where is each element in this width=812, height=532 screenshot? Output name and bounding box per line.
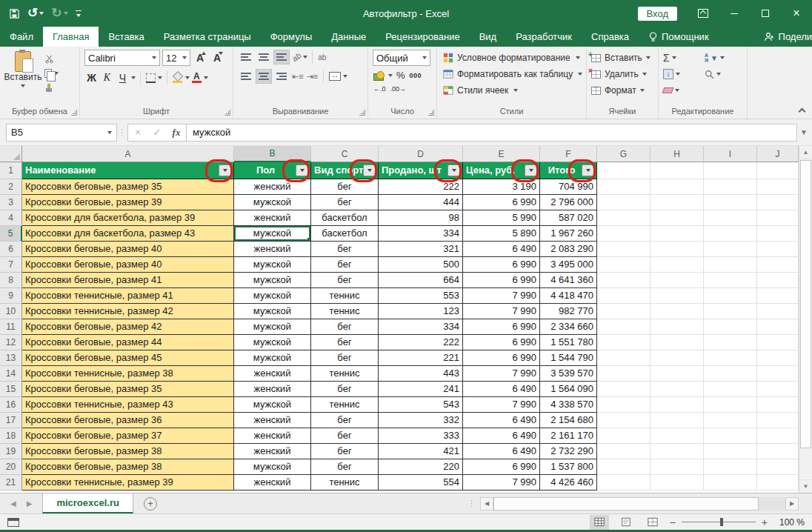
cell-A8[interactable]: Кроссовки беговые, размер 41 [22, 273, 234, 288]
cell-F5[interactable]: 1 967 260 [540, 226, 597, 242]
alignment-dialog-launcher[interactable] [359, 110, 365, 116]
cell-J11[interactable] [757, 319, 799, 335]
column-header-D[interactable]: D [379, 146, 463, 162]
cell-I8[interactable] [704, 273, 757, 288]
align-bottom-button[interactable] [273, 50, 290, 64]
font-name-select[interactable]: Calibri [84, 50, 160, 66]
insert-function-button[interactable]: fx [167, 127, 186, 139]
cell-B10[interactable]: мужской [234, 304, 311, 319]
page-layout-view-button[interactable] [616, 515, 636, 530]
cell-J5[interactable] [757, 226, 799, 242]
cell-H5[interactable] [650, 226, 704, 242]
cell-F20[interactable]: 1 537 800 [540, 459, 597, 475]
cell-B21[interactable]: женский [234, 475, 311, 491]
cell-E17[interactable]: 6 490 [463, 413, 540, 428]
row-header[interactable]: 2 [0, 179, 22, 195]
column-header-F[interactable]: F [540, 146, 597, 162]
cell-H13[interactable] [650, 350, 704, 366]
cell-A21[interactable]: Кроссовки теннисные, размер 39 [22, 475, 234, 491]
row-header[interactable]: 10 [0, 304, 22, 319]
merge-dropdown[interactable] [343, 75, 347, 78]
menu-tab-9[interactable]: Справка [582, 27, 639, 47]
column-header-J[interactable]: J [757, 146, 799, 162]
cell-G18[interactable] [597, 428, 650, 444]
cell-C2[interactable]: бег [311, 179, 379, 195]
cell-C18[interactable]: бег [311, 428, 379, 444]
cell-F15[interactable]: 1 564 090 [540, 382, 597, 397]
cell-E4[interactable]: 5 990 [463, 210, 540, 226]
cell-C3[interactable]: бег [311, 195, 379, 210]
cell-E12[interactable]: 6 990 [463, 335, 540, 350]
cell-F13[interactable]: 1 544 790 [540, 350, 597, 366]
cell-E7[interactable]: 6 990 [463, 257, 540, 273]
increase-font-button[interactable]: A [193, 50, 207, 65]
undo-button[interactable]: ↺ [27, 8, 44, 19]
cell-A10[interactable]: Кроссовки теннисные, размер 42 [22, 304, 234, 319]
cell-G12[interactable] [597, 335, 650, 350]
cell-J18[interactable] [757, 428, 799, 444]
cell-A11[interactable]: Кроссовки беговые, размер 42 [22, 319, 234, 335]
find-select-button[interactable] [705, 70, 743, 79]
clear-button[interactable] [663, 87, 705, 93]
cell-C11[interactable]: бег [311, 319, 379, 335]
cell-B12[interactable]: мужской [234, 335, 311, 350]
cell-D9[interactable]: 553 [379, 288, 463, 304]
cell-D17[interactable]: 332 [379, 413, 463, 428]
cell-E14[interactable]: 7 990 [463, 366, 540, 382]
cell-I20[interactable] [704, 459, 757, 475]
vertical-scrollbar[interactable]: ▲ ▼ [799, 146, 812, 493]
decrease-font-button[interactable]: A [210, 50, 224, 65]
cell-J14[interactable] [757, 366, 799, 382]
menu-tab-3[interactable]: Разметка страницы [154, 27, 261, 47]
cell-B17[interactable]: женский [234, 413, 311, 428]
conditional-formatting-button[interactable]: Условное форматирование [442, 50, 583, 66]
confirm-entry-button[interactable]: ✓ [147, 127, 167, 138]
cell-G1[interactable] [597, 162, 650, 179]
menu-tab-2[interactable]: Вставка [99, 27, 153, 47]
cell-H11[interactable] [650, 319, 704, 335]
menu-tab-5[interactable]: Данные [322, 27, 376, 47]
italic-button[interactable]: К [100, 70, 114, 85]
cell-A19[interactable]: Кроссовки беговые, размер 38 [22, 444, 234, 459]
cell-J15[interactable] [757, 382, 799, 397]
cell-A3[interactable]: Кроссовки беговые, размер 39 [22, 195, 234, 210]
wrap-text-button[interactable]: ab [317, 53, 327, 62]
row-header[interactable]: 18 [0, 428, 22, 444]
align-left-button[interactable] [238, 69, 254, 84]
normal-view-button[interactable] [590, 515, 609, 530]
assistant-tab[interactable]: Помощник [639, 31, 719, 42]
macro-record-icon[interactable] [7, 518, 19, 527]
header-cell-D1[interactable]: Продано, шт [379, 162, 463, 179]
cell-A20[interactable]: Кроссовки беговые, размер 38 [22, 459, 234, 475]
redo-button[interactable]: ↻ [51, 8, 67, 19]
cell-B5[interactable]: мужской [234, 226, 311, 242]
autosum-button[interactable]: Σ [663, 53, 705, 63]
cell-I4[interactable] [704, 210, 757, 226]
cell-H12[interactable] [650, 335, 704, 350]
filter-button-C[interactable] [363, 164, 376, 176]
cell-F18[interactable]: 2 161 170 [540, 428, 597, 444]
cell-J6[interactable] [757, 242, 799, 257]
number-dialog-launcher[interactable] [428, 110, 434, 116]
borders-button[interactable] [145, 73, 156, 84]
cell-B18[interactable]: женский [234, 428, 311, 444]
scroll-down-button[interactable]: ▼ [799, 479, 812, 493]
cell-B13[interactable]: мужской [234, 350, 311, 366]
cut-button[interactable] [44, 53, 76, 64]
cell-J2[interactable] [757, 179, 799, 195]
cell-D18[interactable]: 333 [379, 428, 463, 444]
format-cells-button[interactable]: Формат [591, 82, 655, 99]
column-header-C[interactable]: C [311, 146, 379, 162]
cell-D7[interactable]: 500 [379, 257, 463, 273]
cell-F12[interactable]: 1 551 780 [540, 335, 597, 350]
cell-I5[interactable] [704, 226, 757, 242]
expand-formula-bar-button[interactable]: ▼ [797, 128, 811, 136]
name-box[interactable]: B5 [6, 124, 117, 142]
cell-A15[interactable]: Кроссовки беговые, размер 35 [22, 382, 234, 397]
align-middle-button[interactable] [256, 50, 272, 64]
cell-A5[interactable]: Кроссовки для баскетбола, размер 43 [22, 226, 234, 242]
cell-F2[interactable]: 704 990 [540, 179, 597, 195]
cell-H21[interactable] [650, 475, 704, 491]
cell-J10[interactable] [757, 304, 799, 319]
cell-B2[interactable]: женский [234, 179, 311, 195]
